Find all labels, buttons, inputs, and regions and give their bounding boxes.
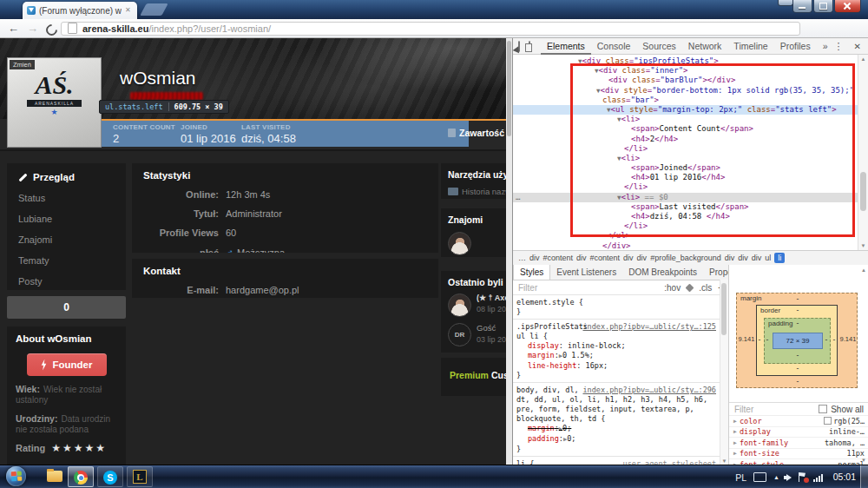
dom-tree-line[interactable]: class="bar"> <box>513 96 858 105</box>
computed-property-font-family[interactable]: ▶font-familytahoma, … <box>729 438 868 449</box>
rating-star[interactable]: ★ <box>95 442 107 454</box>
reputation-counter[interactable]: 0 <box>7 296 126 319</box>
styles-tab-styles[interactable]: Styles <box>513 265 550 280</box>
lol-taskbar-button[interactable]: L <box>127 466 153 487</box>
visitor-avatar[interactable]: DR <box>448 323 471 346</box>
expand-arrow-icon[interactable]: ▶ <box>733 450 737 457</box>
action-center-flag-icon[interactable] <box>799 472 806 482</box>
rating-stars[interactable]: ★★★★★ <box>51 443 107 453</box>
content-link[interactable]: Zawartość <box>448 128 504 138</box>
rating-star[interactable]: ★ <box>62 442 74 454</box>
css-selector-line[interactable]: element.style { <box>516 298 716 307</box>
computed-property-color[interactable]: ▶colorrgb(25… <box>729 416 868 427</box>
css-rule-source[interactable]: index.php?ipbv=…ublic/sty…:296 <box>582 386 716 395</box>
breadcrumb-item-div[interactable]: div <box>623 254 634 262</box>
close-button[interactable] <box>834 0 861 13</box>
devtools-tab-network[interactable]: Network <box>682 38 728 55</box>
page-scrollbar-thumb[interactable] <box>507 41 511 136</box>
devtools-menu-icon[interactable]: ⋮ <box>834 41 844 52</box>
scroll-down-icon[interactable]: ▼ <box>861 458 866 463</box>
breadcrumb-item-profile-background[interactable]: #profile_background <box>650 254 721 262</box>
css-property[interactable]: padding:▶0; <box>516 434 716 445</box>
visitor-row[interactable]: DRGość03 lip 2016 <box>441 317 506 346</box>
devtools-tab-elements[interactable]: Elements <box>541 38 591 55</box>
breadcrumb-item-div[interactable]: div <box>738 254 748 262</box>
breadcrumb-item-div[interactable]: div <box>637 254 648 262</box>
dom-tree-line[interactable]: ▼<ul style="margin-top: 2px;" class="sta… <box>513 105 858 115</box>
founder-badge[interactable]: Founder <box>27 353 107 376</box>
breadcrumb-item-li[interactable]: li <box>774 253 785 263</box>
network-signal-icon[interactable] <box>813 473 823 482</box>
language-indicator[interactable]: PL <box>735 472 746 483</box>
styles-scrollbar[interactable]: ▼ <box>720 280 728 465</box>
sidebar-item-status[interactable]: Status <box>7 182 126 203</box>
show-all-toggle[interactable]: Show all <box>819 405 864 414</box>
hidden-icons-arrow[interactable]: ▲ <box>773 474 779 480</box>
breadcrumb-item-ul[interactable]: ul <box>765 254 771 262</box>
css-selector-line[interactable]: index.php?ipbv=…ublic/sty…:125.ipsProfil… <box>516 322 716 332</box>
visitor-name[interactable]: Gość <box>477 323 506 333</box>
show-all-checkbox[interactable] <box>819 405 827 413</box>
avatar-change-button[interactable]: Zmień <box>10 60 35 69</box>
maximize-button[interactable] <box>813 0 833 13</box>
dom-tree-line[interactable]: ▼<div class="inner"> <box>513 66 858 76</box>
styles-tab-properties[interactable]: Properties <box>703 265 728 280</box>
expand-arrow-icon[interactable]: ▶ <box>733 418 737 425</box>
browser-tab[interactable]: (Forum wyłączone) wOsm ✕ <box>23 2 137 19</box>
css-property[interactable]: margin:▶0 1.5%; <box>516 351 716 361</box>
breadcrumb-item-content[interactable]: #content <box>590 254 621 262</box>
dom-tree-line[interactable]: </li> <box>513 144 858 154</box>
friend-avatar[interactable] <box>448 232 471 255</box>
box-model-diagram[interactable]: margin border padding 72 × 39 ----------… <box>736 293 858 388</box>
breadcrumb-item-div[interactable]: div <box>576 254 587 262</box>
devtools-tab-console[interactable]: Console <box>591 38 637 55</box>
devtools-tab-timeline[interactable]: Timeline <box>727 38 773 55</box>
css-rule-source[interactable]: index.php?ipbv=…ublic/sty…:125 <box>582 322 716 332</box>
dom-tree-line[interactable]: </ul> <box>513 231 858 241</box>
rating-star[interactable]: ★ <box>74 442 85 454</box>
taskbar-clock[interactable]: 05:01 <box>833 472 856 482</box>
rating-star[interactable]: ★ <box>85 442 96 454</box>
visitor-avatar[interactable] <box>448 293 471 317</box>
elements-scrollbar-thumb[interactable] <box>860 172 866 211</box>
tab-close-icon[interactable]: ✕ <box>125 7 131 14</box>
css-property[interactable]: line-height: 16px; <box>516 361 716 371</box>
inspect-element-icon[interactable] <box>518 41 520 52</box>
styles-tab-dom-breakpoints[interactable]: DOM Breakpoints <box>622 265 703 280</box>
dom-tree-line[interactable]: <div class="barBlur"></div> <box>513 76 858 85</box>
dom-tree-line[interactable]: ▼<div style="border-bottom: 1px solid rg… <box>513 86 858 96</box>
dom-tree-line[interactable]: </li> <box>513 182 858 192</box>
dom-tree-line[interactable]: </div> <box>513 241 858 250</box>
toggle-diamond-icon[interactable] <box>686 283 694 292</box>
skype-taskbar-button[interactable]: S <box>97 466 123 487</box>
scroll-up-icon[interactable]: ▲ <box>858 56 868 62</box>
url-text[interactable]: arena-skilla.eu/index.php?/user/1-wosmia… <box>82 23 271 34</box>
premium-label[interactable]: PremiumCustom <box>441 358 506 380</box>
scroll-down-icon[interactable]: ▼ <box>858 243 868 248</box>
expand-arrow-icon[interactable]: ▶ <box>733 439 737 446</box>
devtools-tab-item[interactable]: » <box>817 38 834 55</box>
dom-tree-line[interactable]: <h4>dziś, 04:58 </h4> <box>513 212 858 221</box>
computed-property-font-size[interactable]: ▶font-size11px <box>729 449 868 460</box>
explorer-taskbar-icon[interactable] <box>47 471 62 482</box>
address-bar[interactable]: arena-skilla.eu/index.php?/user/1-wosmia… <box>61 22 800 36</box>
start-button[interactable] <box>6 466 26 486</box>
minimize-button[interactable] <box>792 0 812 13</box>
css-selector-line[interactable]: blockquote, th, td { <box>516 414 716 424</box>
breadcrumb-item-div[interactable]: div <box>725 254 735 262</box>
computed-property-display[interactable]: ▶displayinline-… <box>729 427 868 439</box>
elements-scrollbar[interactable]: ▲ ▼ <box>858 55 868 250</box>
pseudo-state-toggle[interactable]: :hov <box>664 283 681 293</box>
new-tab-button[interactable] <box>140 3 168 16</box>
sidebar-item-tematy[interactable]: Tematy <box>7 245 126 266</box>
device-mode-icon[interactable] <box>529 41 530 52</box>
css-property[interactable]: margin:▶0; <box>516 424 716 434</box>
styles-scrollbar-thumb[interactable] <box>721 283 727 335</box>
dom-tree-line[interactable]: <h4>2</h4> <box>513 135 858 144</box>
dom-tree-line[interactable]: <h4>01 lip 2016</h4> <box>513 173 858 182</box>
computed-filter-input[interactable]: Filter <box>734 405 753 414</box>
expand-arrow-icon[interactable]: ▶ <box>733 428 737 435</box>
scroll-up-icon[interactable]: ▲ <box>861 267 866 273</box>
dom-tree-line[interactable]: …▼<li> == $0 <box>513 193 858 202</box>
css-selector-line[interactable]: dt, dd, ul, ol, li, h1, h2, h3, h4, h5, … <box>516 395 716 405</box>
